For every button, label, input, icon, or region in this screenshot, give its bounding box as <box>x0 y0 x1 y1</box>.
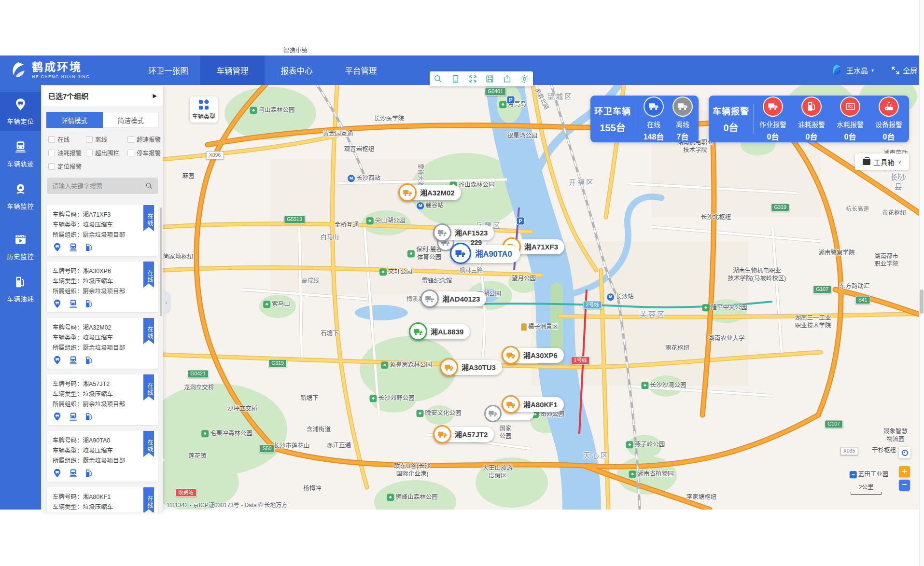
filter-checkbox[interactable]: 超出围栏 <box>86 148 127 157</box>
vehicle-card[interactable]: 车牌号码：湘A30XP6 车辆类型：垃圾压缩车 所属组织：厨余垃圾项目部 在线 <box>47 262 158 312</box>
user-name[interactable]: 王水晶 <box>846 65 868 75</box>
settings-gear-icon[interactable] <box>520 74 529 83</box>
vehicle-marker[interactable]: 湘A30XP6 <box>503 348 564 363</box>
chevron-down-icon: ∨ <box>898 159 901 165</box>
vehicle-card[interactable]: 车牌号码：湘A57JT2 车辆类型：垃圾压缩车 所属组织：厨余垃圾项目部 在线 <box>47 374 158 425</box>
checkbox-icon[interactable] <box>48 150 55 156</box>
fuel-vehicle-icon[interactable] <box>84 469 94 478</box>
track-vehicle-icon[interactable] <box>69 356 78 365</box>
alarm-icon <box>840 97 860 117</box>
vehicle-card[interactable]: 车牌号码：湘A71XF3 车辆类型：垃圾压缩车 所属组织：厨余垃圾项目部 在线 <box>47 205 158 256</box>
alarm-value: 0台 <box>767 130 779 142</box>
sidebar-item[interactable]: 历史监控 <box>0 227 41 266</box>
filter-checkbox[interactable]: 离线 <box>86 135 127 144</box>
filter-checkbox[interactable]: 超速报警 <box>127 135 163 144</box>
fuel-vehicle-icon[interactable] <box>84 412 94 421</box>
locate-vehicle-icon[interactable] <box>53 299 62 308</box>
vehicle-card[interactable]: 车牌号码：湘A90TA0 车辆类型：垃圾压缩车 所属组织：厨余垃圾项目部 在线 <box>47 431 158 482</box>
sidebar-item[interactable]: 车辆监控 <box>0 177 41 216</box>
type-value: 垃圾压缩车 <box>83 447 113 454</box>
vehicle-marker[interactable]: 湘AD40123 <box>422 291 486 306</box>
checkbox-icon[interactable] <box>48 136 55 143</box>
map-scale: 2公里 <box>851 483 882 495</box>
checkbox-icon[interactable] <box>127 150 134 156</box>
sidebar-item-icon <box>14 233 27 246</box>
plate-field-label: 车牌号码： <box>53 268 83 275</box>
zoom-out-button[interactable]: − <box>899 480 910 491</box>
filter-checkbox[interactable]: 定位报警 <box>48 162 86 171</box>
fuel-vehicle-icon[interactable] <box>84 356 94 365</box>
scale-bar <box>851 492 882 495</box>
online-truck-icon <box>644 97 664 117</box>
simple-mode-button[interactable]: 简洁模式 <box>103 112 159 128</box>
filter-checkbox[interactable]: 在线 <box>48 135 86 144</box>
type-field-label: 车辆类型： <box>53 447 83 454</box>
nav-tab[interactable]: 报表中心 <box>265 55 329 85</box>
nav-tab[interactable]: 平台管理 <box>329 55 393 85</box>
vehicle-marker[interactable]: 湘AL8839 <box>410 324 470 339</box>
track-vehicle-icon[interactable] <box>69 299 78 308</box>
search-input[interactable] <box>52 182 145 190</box>
save-icon[interactable] <box>485 74 494 83</box>
chevron-down-icon[interactable]: ▾ <box>871 68 874 73</box>
locate-vehicle-icon[interactable] <box>53 469 62 478</box>
checkbox-icon[interactable] <box>127 136 134 143</box>
frame-select-icon[interactable] <box>451 74 460 83</box>
locate-button[interactable] <box>899 447 910 458</box>
fuel-vehicle-icon[interactable] <box>84 243 94 252</box>
alarm-stats-panel: 车辆报警 0台 作业报警 0台 油耗报警 0台 <box>709 96 909 142</box>
toolbox-button[interactable]: 工具箱 ∨ <box>855 153 909 170</box>
detail-mode-button[interactable]: 详情模式 <box>46 112 103 128</box>
locate-vehicle-icon[interactable] <box>53 356 62 365</box>
vehicle-card[interactable]: 车牌号码：湘A80KF1 车辆类型：垃圾压缩车 所属组织：厨余垃圾项目部 在线 <box>47 487 158 512</box>
vehicle-marker[interactable]: 湘A90TA0 <box>452 245 520 263</box>
vehicle-marker[interactable]: 湘A57JT2 <box>434 427 494 442</box>
locate-vehicle-icon[interactable] <box>53 243 62 252</box>
plate-field-label: 车牌号码： <box>53 437 83 444</box>
online-label: 在线 <box>647 119 660 129</box>
locate-vehicle-icon[interactable] <box>53 412 62 421</box>
scrollbar-thumb[interactable] <box>920 290 924 314</box>
vehicle-marker[interactable]: 湘A80KF1 <box>503 397 564 412</box>
fuel-vehicle-icon[interactable] <box>84 299 94 308</box>
sidebar-item[interactable]: 车辆油耗 <box>0 269 41 309</box>
org-expand-icon[interactable]: ▶ <box>153 93 157 99</box>
vehicle-marker[interactable]: 湘A30TU3 <box>441 360 502 375</box>
search-icon[interactable] <box>145 182 153 190</box>
panel-scrollbar[interactable] <box>160 207 162 316</box>
avatar[interactable] <box>830 64 843 77</box>
expand-map-icon[interactable] <box>468 74 477 83</box>
alarm-icon <box>879 97 899 117</box>
truck-icon <box>433 425 451 443</box>
sidebar-item[interactable]: 车辆轨迹 <box>0 134 41 174</box>
page-scrollbar[interactable] <box>919 0 924 566</box>
track-vehicle-icon[interactable] <box>69 243 78 252</box>
filter-checkbox[interactable]: 油耗报警 <box>48 148 86 157</box>
nav-tab[interactable]: 环卫一张图 <box>136 55 200 85</box>
nav-tab[interactable]: 车辆管理 <box>200 55 265 85</box>
filter-label: 定位报警 <box>57 162 82 171</box>
vehicle-marker[interactable]: 湘A32M02 <box>400 185 461 200</box>
fullscreen-button[interactable]: 全屏 <box>891 65 917 75</box>
zoom-in-button[interactable]: + <box>899 466 910 477</box>
sidebar-item[interactable]: 车辆定位 <box>0 92 41 131</box>
alarm-icon <box>763 97 783 117</box>
zoom-search-icon[interactable] <box>434 74 443 83</box>
vehicle-card[interactable]: 车牌号码：湘A32M02 车辆类型：垃圾压缩车 所属组织：厨余垃圾项目部 在线 <box>47 318 158 369</box>
filter-checkbox[interactable]: 停车报警 <box>127 148 163 157</box>
vehicle-marker[interactable]: 湘AF1523 <box>434 225 494 240</box>
checkbox-icon[interactable] <box>86 150 93 156</box>
briefcase-icon <box>863 159 870 165</box>
type-field-label: 车辆类型： <box>53 278 83 285</box>
alarm-stat-item: 水耗报警 0台 <box>831 97 869 142</box>
panel-collapse-handle[interactable]: ‹ <box>163 291 170 313</box>
checkbox-icon[interactable] <box>86 136 93 143</box>
truck-icon <box>409 322 427 341</box>
org-value: 厨余垃圾项目部 <box>83 232 126 238</box>
track-vehicle-icon[interactable] <box>69 469 78 478</box>
vehicle-type-button[interactable]: 车辆类型 <box>190 97 218 123</box>
track-vehicle-icon[interactable] <box>69 412 78 421</box>
export-icon[interactable] <box>503 74 512 83</box>
checkbox-icon[interactable] <box>48 163 55 170</box>
expand-icon <box>891 66 900 75</box>
